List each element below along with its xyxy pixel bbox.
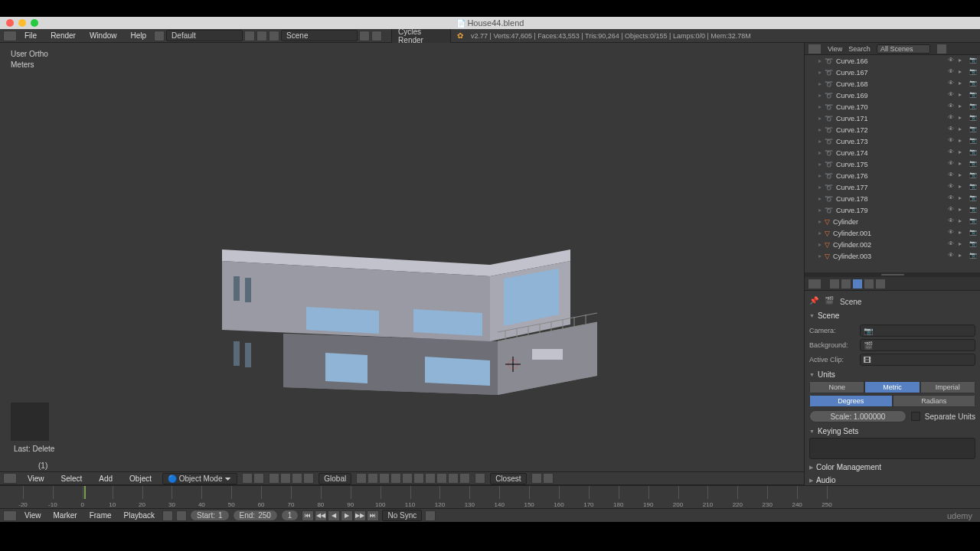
- tab-render-layers[interactable]: [841, 279, 851, 289]
- render-icon[interactable]: 📷: [969, 103, 978, 112]
- selectable-icon[interactable]: ▸: [959, 103, 968, 112]
- visibility-icon[interactable]: 👁: [948, 206, 957, 215]
- visibility-icon[interactable]: 👁: [948, 114, 957, 123]
- outliner-item[interactable]: ▸➰Curve.176👁▸📷: [805, 170, 980, 181]
- editor-type-icon[interactable]: [3, 31, 17, 41]
- selectable-icon[interactable]: ▸: [959, 240, 968, 249]
- outliner-item[interactable]: ▸➰Curve.166👁▸📷: [805, 55, 980, 67]
- screen-browse-icon[interactable]: [154, 31, 165, 41]
- outliner-item[interactable]: ▸➰Curve.171👁▸📷: [805, 112, 980, 124]
- outliner-item[interactable]: ▸➰Curve.179👁▸📷: [805, 204, 980, 216]
- render-icon[interactable]: 📷: [969, 148, 978, 158]
- outliner-search-icon[interactable]: [936, 44, 947, 54]
- separate-units-checkbox[interactable]: [911, 412, 920, 421]
- add-screen-icon[interactable]: [244, 31, 255, 41]
- selectable-icon[interactable]: ▸: [959, 148, 968, 158]
- layer-buttons[interactable]: [356, 473, 470, 484]
- selectable-icon[interactable]: ▸: [959, 160, 968, 169]
- render-icon[interactable]: 📷: [969, 217, 978, 227]
- delete-screen-icon[interactable]: [256, 31, 267, 41]
- outliner-item[interactable]: ▸➰Curve.170👁▸📷: [805, 101, 980, 112]
- pivot-buttons[interactable]: [269, 473, 314, 484]
- scene-field[interactable]: Scene: [281, 30, 358, 41]
- outliner-item[interactable]: ▸➰Curve.175👁▸📷: [805, 158, 980, 170]
- panel-keying-title[interactable]: Keying Sets: [809, 425, 975, 438]
- render-icon[interactable]: 📷: [969, 183, 978, 192]
- render-icon[interactable]: 📷: [969, 114, 978, 123]
- render-icon[interactable]: 📷: [969, 160, 978, 169]
- screen-layout-field[interactable]: Default: [166, 30, 243, 41]
- outliner-item[interactable]: ▸➰Curve.178👁▸📷: [805, 193, 980, 204]
- properties-editor-icon[interactable]: [808, 279, 822, 289]
- outliner-item[interactable]: ▸➰Curve.169👁▸📷: [805, 90, 980, 101]
- render-icon[interactable]: 📷: [969, 57, 978, 66]
- tab-render[interactable]: [829, 279, 840, 289]
- scene-browse-icon[interactable]: [269, 31, 279, 41]
- visibility-icon[interactable]: 👁: [948, 160, 957, 169]
- outliner-item[interactable]: ▸➰Curve.167👁▸📷: [805, 67, 980, 78]
- visibility-icon[interactable]: 👁: [948, 183, 957, 192]
- selectable-icon[interactable]: ▸: [959, 57, 968, 66]
- orientation-dropdown[interactable]: Global: [318, 473, 351, 484]
- tl-menu-marker[interactable]: Marker: [49, 510, 82, 521]
- selectable-icon[interactable]: ▸: [959, 229, 968, 238]
- mode-dropdown[interactable]: 🔵 Object Mode ⏷: [162, 473, 237, 484]
- selectable-icon[interactable]: ▸: [959, 114, 968, 123]
- tab-scene[interactable]: [852, 279, 863, 289]
- visibility-icon[interactable]: 👁: [948, 80, 957, 89]
- visibility-icon[interactable]: 👁: [948, 103, 957, 112]
- visibility-icon[interactable]: 👁: [948, 240, 957, 249]
- tl-menu-frame[interactable]: Frame: [85, 510, 116, 521]
- pin-icon[interactable]: 📌: [809, 296, 820, 307]
- timeline-cursor[interactable]: [84, 486, 86, 499]
- panel-scene-title[interactable]: Scene: [809, 309, 975, 322]
- visibility-icon[interactable]: 👁: [948, 91, 957, 100]
- tab-world[interactable]: [864, 279, 874, 289]
- render-icon[interactable]: 📷: [969, 194, 978, 204]
- add-scene-icon[interactable]: [359, 31, 370, 41]
- selectable-icon[interactable]: ▸: [959, 171, 968, 181]
- vp-menu-select[interactable]: Select: [55, 473, 89, 484]
- menu-render[interactable]: Render: [44, 30, 82, 41]
- visibility-icon[interactable]: 👁: [948, 137, 957, 146]
- outliner-view[interactable]: View: [828, 45, 842, 53]
- menu-help[interactable]: Help: [125, 30, 153, 41]
- window-controls[interactable]: [6, 19, 38, 27]
- tab-object[interactable]: [875, 279, 886, 289]
- selectable-icon[interactable]: ▸: [959, 80, 968, 89]
- activeclip-field[interactable]: 🎞: [860, 354, 975, 366]
- range-lock-icon[interactable]: [176, 510, 187, 521]
- range-icon[interactable]: [162, 510, 173, 521]
- camera-field[interactable]: 📷: [860, 324, 975, 337]
- delete-scene-icon[interactable]: [371, 31, 382, 41]
- visibility-icon[interactable]: 👁: [948, 57, 957, 66]
- viewport-editor-icon[interactable]: [3, 473, 17, 484]
- outliner-item[interactable]: ▸➰Curve.173👁▸📷: [805, 135, 980, 147]
- tl-menu-playback[interactable]: Playback: [119, 510, 160, 521]
- menu-file[interactable]: File: [18, 30, 43, 41]
- panel-audio-title[interactable]: Audio: [809, 474, 975, 485]
- render-icon[interactable]: 📷: [969, 137, 978, 146]
- autokey-icon[interactable]: [425, 510, 436, 521]
- outliner-item[interactable]: ▸➰Curve.172👁▸📷: [805, 124, 980, 135]
- render-icon[interactable]: 📷: [969, 240, 978, 249]
- visibility-icon[interactable]: 👁: [948, 171, 957, 181]
- snap-dropdown[interactable]: Closest: [490, 473, 526, 484]
- outliner-item[interactable]: ▸▽Cylinder.002👁▸📷: [805, 239, 980, 250]
- timeline-ruler[interactable]: -20-100102030405060708090100110120130140…: [0, 485, 980, 508]
- visibility-icon[interactable]: 👁: [948, 126, 957, 135]
- outliner-item[interactable]: ▸▽Cylinder👁▸📷: [805, 216, 980, 227]
- outliner-item[interactable]: ▸▽Cylinder.003👁▸📷: [805, 250, 980, 262]
- properties-tabs[interactable]: [805, 277, 980, 291]
- render-icon[interactable]: 📷: [969, 68, 978, 77]
- keying-set-list[interactable]: [809, 438, 975, 459]
- selectable-icon[interactable]: ▸: [959, 183, 968, 192]
- outliner-item[interactable]: ▸▽Cylinder.001👁▸📷: [805, 227, 980, 239]
- render-icon[interactable]: 📷: [969, 80, 978, 89]
- visibility-icon[interactable]: 👁: [948, 194, 957, 204]
- visibility-icon[interactable]: 👁: [948, 217, 957, 227]
- panel-colormgmt-title[interactable]: Color Management: [809, 461, 975, 474]
- selectable-icon[interactable]: ▸: [959, 206, 968, 215]
- end-frame-field[interactable]: End:250: [233, 510, 278, 521]
- menu-window[interactable]: Window: [83, 30, 123, 41]
